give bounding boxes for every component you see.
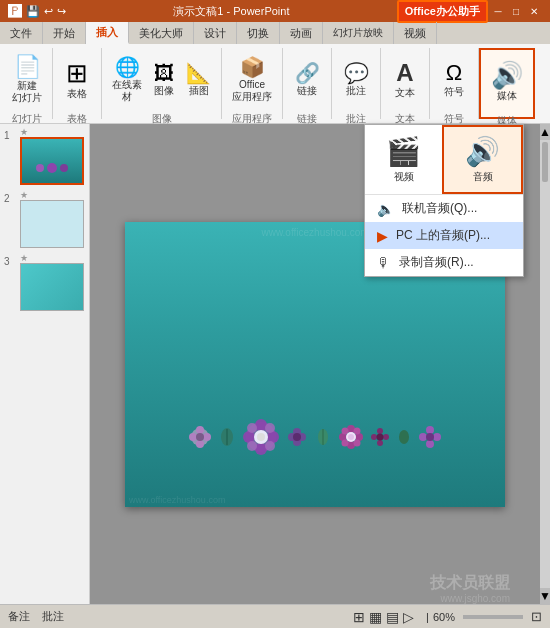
illustration-label: 插图 bbox=[189, 85, 209, 97]
quick-access-undo[interactable]: ↩ bbox=[44, 5, 53, 18]
maximize-button[interactable]: □ bbox=[508, 3, 524, 19]
status-bar: 备注 批注 ⊞ ▦ ▤ ▷ | 60% ⊡ bbox=[0, 604, 550, 628]
online-image-label: 在线素材 bbox=[112, 79, 142, 103]
tab-insert[interactable]: 插入 bbox=[86, 22, 129, 44]
table-button[interactable]: ⊞ 表格 bbox=[59, 50, 95, 110]
zoom-slider[interactable] bbox=[463, 615, 523, 619]
quick-access-redo[interactable]: ↪ bbox=[57, 5, 66, 18]
svg-point-43 bbox=[426, 440, 434, 448]
svg-point-35 bbox=[348, 434, 354, 440]
group-table: ⊞ 表格 表格 bbox=[53, 48, 102, 119]
slide-star-1: ★ bbox=[20, 128, 30, 137]
scroll-thumb[interactable] bbox=[542, 142, 548, 182]
scroll-down-btn[interactable]: ▼ bbox=[540, 588, 550, 604]
view-normal-btn[interactable]: ⊞ bbox=[353, 609, 365, 625]
scrollbar-vertical[interactable]: ▲ ▼ bbox=[540, 124, 550, 604]
group-office-items: 📦 Office应用程序 bbox=[228, 50, 276, 110]
image-label: 图像 bbox=[154, 85, 174, 97]
leaf-1 bbox=[219, 427, 235, 447]
view-presentation-btn[interactable]: ▷ bbox=[403, 609, 414, 625]
status-notes[interactable]: 备注 bbox=[8, 609, 30, 624]
scroll-up-btn[interactable]: ▲ bbox=[540, 124, 550, 140]
minimize-button[interactable]: ─ bbox=[490, 3, 506, 19]
comment-label: 批注 bbox=[346, 85, 366, 97]
svg-point-15 bbox=[247, 441, 257, 451]
svg-point-18 bbox=[257, 433, 265, 441]
svg-point-23 bbox=[293, 433, 301, 441]
new-slide-button[interactable]: 📄 新建幻灯片 bbox=[8, 50, 46, 110]
svg-point-39 bbox=[383, 434, 389, 440]
flower-1 bbox=[189, 426, 211, 448]
office-helper-btn[interactable]: Office办公助手 bbox=[397, 0, 488, 23]
dropdown-menu: 🎬 视频 🔊 音频 🔈 联机音频(Q)... ▶ PC 上的音频(P)... 🎙… bbox=[364, 124, 524, 277]
group-slides-items: 📄 新建幻灯片 bbox=[8, 50, 46, 110]
tab-file[interactable]: 文件 bbox=[0, 22, 43, 44]
group-link: 🔗 链接 链接 bbox=[283, 48, 332, 119]
pc-audio-icon: ▶ bbox=[377, 228, 388, 244]
ribbon-content: 📄 新建幻灯片 幻灯片 ⊞ 表格 表格 🌐 在线素材 🖼 图像 bbox=[0, 44, 550, 124]
slide-thumb-3[interactable]: 3 ★ bbox=[4, 254, 85, 311]
ppt-logo-icon: 🅿 bbox=[8, 3, 22, 19]
flower-3 bbox=[339, 425, 363, 449]
view-slide-btn[interactable]: ▦ bbox=[369, 609, 382, 625]
media-button[interactable]: 🔊 媒体 bbox=[487, 52, 527, 112]
comment-icon: 💬 bbox=[344, 63, 369, 83]
svg-point-32 bbox=[342, 439, 349, 446]
svg-point-44 bbox=[419, 433, 427, 441]
group-table-items: ⊞ 表格 bbox=[59, 50, 95, 110]
tab-beautify[interactable]: 美化大师 bbox=[129, 22, 194, 44]
group-office-apps: 📦 Office应用程序 应用程序 bbox=[222, 48, 283, 119]
group-symbol: Ω 符号 符号 bbox=[430, 48, 479, 119]
zoom-fit-btn[interactable]: ⊡ bbox=[531, 609, 542, 624]
office-app-button[interactable]: 📦 Office应用程序 bbox=[228, 50, 276, 110]
status-comment[interactable]: 批注 bbox=[42, 609, 64, 624]
group-slides: 📄 新建幻灯片 幻灯片 bbox=[2, 48, 53, 119]
slide-thumb-2[interactable]: 2 ★ bbox=[4, 191, 85, 248]
illustration-button[interactable]: 📐 插图 bbox=[182, 50, 215, 110]
zoom-separator: | bbox=[426, 611, 429, 623]
tab-home[interactable]: 开始 bbox=[43, 22, 86, 44]
watermark-bottom: www.officezhushou.com bbox=[129, 495, 225, 505]
flower-big bbox=[243, 419, 279, 455]
close-button[interactable]: ✕ bbox=[526, 3, 542, 19]
svg-point-40 bbox=[377, 433, 384, 440]
dropdown-item-pc-audio[interactable]: ▶ PC 上的音频(P)... bbox=[365, 222, 523, 249]
dropdown-audio-label: 音频 bbox=[473, 170, 493, 184]
symbol-button[interactable]: Ω 符号 bbox=[436, 50, 472, 110]
tab-animation[interactable]: 动画 bbox=[280, 22, 323, 44]
text-button[interactable]: A 文本 bbox=[387, 50, 423, 110]
media-icon: 🔊 bbox=[491, 62, 523, 88]
svg-point-41 bbox=[399, 430, 409, 444]
slide-number-2: 2 bbox=[4, 193, 18, 204]
slide-number-1: 1 bbox=[4, 130, 18, 141]
image-button[interactable]: 🖼 图像 bbox=[148, 50, 180, 110]
quick-access-save[interactable]: 💾 bbox=[26, 5, 40, 18]
tab-transition[interactable]: 切换 bbox=[237, 22, 280, 44]
comment-button[interactable]: 💬 批注 bbox=[338, 50, 374, 110]
dropdown-video-btn[interactable]: 🎬 视频 bbox=[365, 125, 442, 194]
svg-point-36 bbox=[377, 428, 383, 434]
view-reading-btn[interactable]: ▤ bbox=[386, 609, 399, 625]
svg-point-5 bbox=[196, 433, 204, 441]
symbol-icon: Ω bbox=[446, 62, 462, 84]
media-label: 媒体 bbox=[497, 90, 517, 102]
dropdown-item-record-audio[interactable]: 🎙 录制音频(R)... bbox=[365, 249, 523, 276]
group-media: 🔊 媒体 媒体 bbox=[479, 48, 535, 119]
slide-thumb-1[interactable]: 1 ★ bbox=[4, 128, 85, 185]
image-icon: 🖼 bbox=[154, 63, 174, 83]
svg-point-3 bbox=[189, 433, 197, 441]
svg-point-1 bbox=[196, 426, 204, 434]
online-audio-icon: 🔈 bbox=[377, 201, 394, 217]
group-comment-items: 💬 批注 bbox=[338, 50, 374, 110]
tab-video[interactable]: 视频 bbox=[394, 22, 437, 44]
link-button[interactable]: 🔗 链接 bbox=[289, 50, 325, 110]
dropdown-audio-btn[interactable]: 🔊 音频 bbox=[442, 125, 523, 194]
tab-design[interactable]: 设计 bbox=[194, 22, 237, 44]
slide-star-3: ★ bbox=[20, 254, 30, 263]
svg-point-31 bbox=[354, 427, 361, 434]
online-image-button[interactable]: 🌐 在线素材 bbox=[108, 50, 146, 110]
watermark-jsgho-url: www.jsgho.com bbox=[441, 593, 510, 604]
leaf-3 bbox=[397, 428, 411, 446]
dropdown-item-online-audio[interactable]: 🔈 联机音频(Q)... bbox=[365, 195, 523, 222]
tab-slideshow[interactable]: 幻灯片放映 bbox=[323, 22, 394, 44]
